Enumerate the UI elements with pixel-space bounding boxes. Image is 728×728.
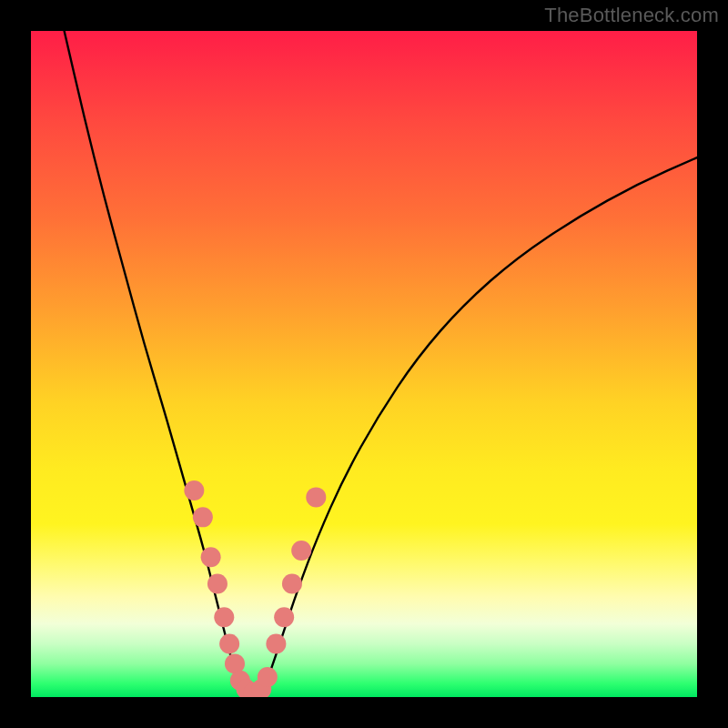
watermark-label: TheBottleneck.com (544, 4, 719, 27)
chart-svg (31, 31, 697, 697)
scatter-points (184, 480, 326, 697)
plot-area (31, 31, 697, 697)
scatter-point (214, 607, 234, 627)
scatter-point (306, 487, 326, 507)
scatter-point (266, 633, 286, 653)
chart-frame: TheBottleneck.com (0, 0, 728, 728)
scatter-point (282, 574, 302, 594)
scatter-point (258, 667, 278, 687)
scatter-point (274, 607, 294, 627)
scatter-point (207, 574, 228, 594)
scatter-point (219, 633, 239, 653)
scatter-point (193, 507, 213, 527)
curve-right (261, 157, 697, 697)
curve-left (65, 31, 243, 697)
scatter-point (201, 547, 221, 567)
scatter-point (291, 541, 311, 561)
scatter-point (184, 480, 204, 500)
